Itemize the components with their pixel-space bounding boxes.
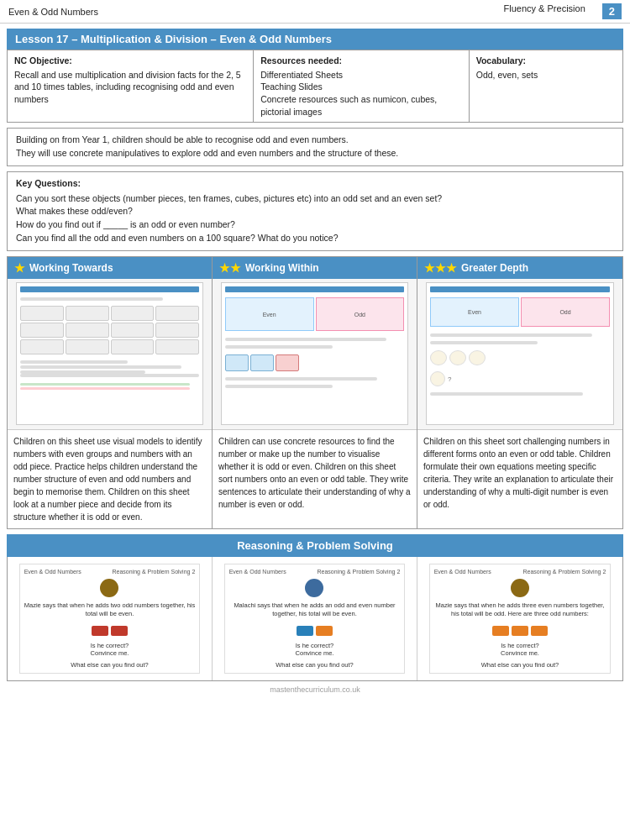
lesson-title: Lesson 17 – Multiplication & Division – … — [7, 29, 623, 50]
r1-domino-2 — [111, 626, 128, 636]
r2-domino-2 — [316, 626, 333, 636]
r3-sub-question: What else can you find out? — [481, 661, 559, 669]
reasoning-thumb-2: Even & Odd Numbers Reasoning & Problem S… — [224, 564, 406, 674]
r2-header-right: Reasoning & Problem Solving 2 — [317, 569, 400, 575]
r2-avatar — [305, 579, 323, 597]
reasoning-title: Reasoning & Problem Solving — [7, 534, 623, 557]
r3-header-right: Reasoning & Problem Solving 2 — [522, 569, 606, 575]
reasoning-row: Even & Odd Numbers Reasoning & Problem S… — [7, 557, 623, 681]
reasoning-thumb-3: Even & Odd Numbers Reasoning & Problem S… — [429, 564, 612, 674]
column-working-within: ★★ Working Within Even Odd — [213, 257, 417, 528]
r1-header-right: Reasoning & Problem Solving 2 — [112, 569, 195, 575]
working-within-header: ★★ Working Within — [213, 257, 417, 279]
r1-avatar — [100, 579, 118, 597]
r3-text: Mazie says that when he adds three even … — [434, 601, 606, 619]
working-towards-desc: Children on this sheet use visual models… — [8, 430, 212, 528]
vocabulary-label: Vocabulary: — [476, 55, 616, 67]
working-within-thumb: Even Odd — [221, 282, 408, 425]
r1-text: Mazie says that when he adds two odd num… — [24, 601, 196, 619]
greater-depth-thumb: Even Odd ? — [426, 282, 614, 425]
greater-depth-label: Greater Depth — [461, 262, 528, 274]
r2-text: Malachi says that when he adds an odd an… — [229, 601, 401, 619]
reasoning-card-1: Even & Odd Numbers Reasoning & Problem S… — [8, 557, 213, 680]
header-title-left: Even & Odd Numbers — [8, 7, 98, 17]
working-towards-label: Working Towards — [29, 262, 113, 274]
greater-depth-header: ★★★ Greater Depth — [417, 257, 622, 279]
r1-shapes — [92, 626, 128, 636]
star-1-icon: ★ — [14, 261, 25, 275]
resources-cell: Resources needed: Differentiated Sheets … — [254, 50, 470, 123]
working-within-image: Even Odd — [213, 279, 417, 430]
r1-domino-1 — [92, 626, 108, 636]
working-within-desc: Children can use concrete resources to f… — [213, 430, 417, 528]
r2-header-left: Even & Odd Numbers — [229, 569, 286, 575]
r3-header-left: Even & Odd Numbers — [434, 569, 491, 575]
r3-domino-1 — [492, 626, 509, 636]
key-question-1: Can you sort these objects (number piece… — [16, 192, 614, 206]
working-towards-image — [8, 279, 212, 430]
r2-sub-question: What else can you find out? — [276, 661, 354, 669]
working-towards-thumb — [16, 282, 203, 425]
column-greater-depth: ★★★ Greater Depth Even Odd — [417, 257, 622, 528]
key-question-2: What makes these odd/even? — [16, 205, 614, 218]
reasoning-thumb-1: Even & Odd Numbers Reasoning & Problem S… — [19, 564, 201, 674]
page-footer: mastenthecurriculum.co.uk — [7, 683, 623, 696]
differentiation-row: ★ Working Towards — [7, 256, 623, 529]
key-questions-label: Key Questions: — [16, 177, 614, 191]
resources-label: Resources needed: — [260, 55, 462, 67]
key-questions-section: Key Questions: Can you sort these object… — [7, 171, 623, 251]
overview-text: Building on from Year 1, children should… — [16, 134, 614, 160]
working-towards-header: ★ Working Towards — [8, 257, 212, 279]
overview-section: Building on from Year 1, children should… — [7, 128, 623, 166]
r3-shapes — [492, 626, 548, 636]
nc-objective-text: Recall and use multiplication and divisi… — [14, 69, 246, 106]
nc-objective-cell: NC Objective: Recall and use multiplicat… — [8, 50, 254, 123]
star-2-icon: ★★ — [219, 261, 241, 275]
working-within-label: Working Within — [245, 262, 319, 274]
r2-question: Is he correct? Convince me. — [296, 642, 334, 657]
reasoning-card-3: Even & Odd Numbers Reasoning & Problem S… — [417, 557, 622, 680]
header-title-right: Fluency & Precision — [504, 3, 585, 19]
r2-shapes — [297, 626, 333, 636]
greater-depth-image: Even Odd ? — [417, 279, 622, 430]
vocabulary-text: Odd, even, sets — [476, 69, 616, 81]
r1-sub-question: What else can you find out? — [71, 661, 149, 669]
vocabulary-cell: Vocabulary: Odd, even, sets — [469, 50, 622, 123]
r3-avatar — [511, 579, 529, 597]
greater-depth-desc: Children on this sheet sort challenging … — [417, 430, 622, 528]
main-content: Lesson 17 – Multiplication & Division – … — [0, 24, 630, 701]
r3-question: Is he correct? Convince me. — [501, 642, 539, 657]
key-question-3: How do you find out if _____ is an odd o… — [16, 218, 614, 232]
reasoning-card-2: Even & Odd Numbers Reasoning & Problem S… — [213, 557, 417, 680]
r1-header-left: Even & Odd Numbers — [24, 569, 81, 575]
column-working-towards: ★ Working Towards — [8, 257, 213, 528]
r3-domino-3 — [531, 626, 548, 636]
footer-url: mastenthecurriculum.co.uk — [270, 685, 360, 694]
r1-question: Is he correct? Convince me. — [91, 642, 129, 657]
page-header: Even & Odd Numbers Fluency & Precision 2 — [0, 0, 630, 24]
resources-text: Differentiated Sheets Teaching Slides Co… — [260, 69, 462, 118]
r3-domino-2 — [512, 626, 528, 636]
key-question-4: Can you find all the odd and even number… — [16, 232, 614, 245]
page-number: 2 — [602, 3, 622, 19]
nc-objective-label: NC Objective: — [14, 55, 246, 67]
r2-domino-1 — [297, 626, 313, 636]
star-3-icon: ★★★ — [424, 261, 457, 275]
lesson-info-table: NC Objective: Recall and use multiplicat… — [7, 50, 623, 123]
